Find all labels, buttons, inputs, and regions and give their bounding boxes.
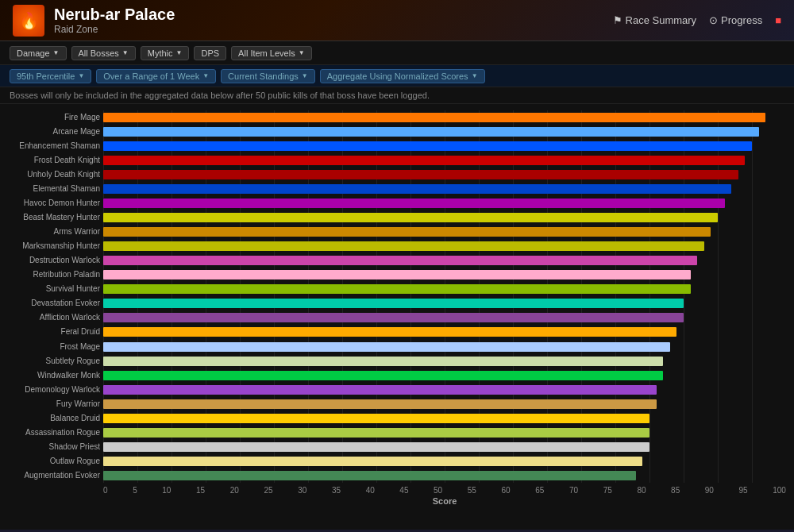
y-label: Enhancement Shaman	[8, 142, 100, 150]
chevron-down-icon: ▼	[202, 72, 209, 79]
x-tick: 80	[637, 486, 646, 495]
header-titles: Nerub-ar Palace Raid Zone	[54, 6, 175, 35]
dps-dropdown[interactable]: DPS	[194, 46, 226, 60]
y-label: Shadow Priest	[8, 443, 100, 451]
bar-row	[103, 141, 786, 152]
y-label: Arms Warrior	[8, 228, 100, 236]
y-label: Elemental Shaman	[8, 185, 100, 193]
x-axis-label: Score	[103, 496, 786, 506]
bar-row	[103, 169, 786, 180]
y-label: Havoc Demon Hunter	[8, 199, 100, 207]
bar-row	[103, 226, 786, 237]
aggregate-filter[interactable]: Aggregate Using Normalized Scores ▼	[320, 69, 485, 83]
bar-row	[103, 341, 786, 353]
chevron-down-icon: ▼	[176, 49, 183, 56]
chart-area: Fire MageArcane MageEnhancement ShamanFr…	[0, 104, 794, 530]
bar	[103, 227, 711, 237]
bar	[103, 342, 670, 352]
y-label: Demonology Warlock	[8, 386, 100, 394]
y-label: Marksmanship Hunter	[8, 242, 100, 250]
raid-title: Nerub-ar Palace	[54, 6, 175, 24]
race-summary-icon: ⚑	[613, 14, 622, 26]
bar-row	[103, 441, 786, 453]
bar-row	[103, 456, 786, 467]
raid-zone-icon: 🔥	[13, 5, 44, 37]
chevron-down-icon: ▼	[122, 49, 129, 56]
bar	[103, 357, 663, 366]
y-label: Outlaw Rogue	[8, 457, 100, 465]
chart-container: Fire MageArcane MageEnhancement ShamanFr…	[0, 110, 794, 506]
item-levels-dropdown[interactable]: All Item Levels ▼	[231, 46, 311, 60]
all-bosses-dropdown[interactable]: All Bosses ▼	[71, 46, 136, 60]
y-label: Destruction Warlock	[8, 256, 100, 264]
x-tick: 75	[603, 486, 612, 495]
x-tick: 10	[162, 486, 171, 495]
chevron-down-icon: ▼	[302, 72, 308, 79]
x-tick: 95	[739, 486, 748, 495]
bar-row	[103, 312, 786, 323]
x-tick: 65	[535, 486, 544, 495]
bar	[103, 156, 745, 165]
header: 🔥 Nerub-ar Palace Raid Zone ⚑ Race Summa…	[0, 0, 794, 41]
bar-row	[103, 427, 786, 438]
bar-row	[103, 212, 786, 223]
bar-row	[103, 370, 786, 381]
bar	[103, 241, 704, 251]
x-axis: 0510152025303540455055606570758085909510…	[8, 486, 786, 506]
x-tick: 0	[103, 486, 108, 495]
toolbar2: 95th Percentile ▼ Over a Range of 1 Week…	[0, 65, 794, 87]
chevron-down-icon: ▼	[299, 49, 305, 56]
x-tick: 90	[705, 486, 714, 495]
raid-subtitle: Raid Zone	[54, 24, 175, 35]
notice-bar: Bosses will only be included in the aggr…	[0, 87, 794, 104]
race-summary-button[interactable]: ⚑ Race Summary	[613, 14, 697, 26]
bar	[103, 299, 684, 308]
y-label: Augmentation Evoker	[8, 472, 100, 480]
progress-button[interactable]: ⊙ Progress	[709, 14, 762, 26]
bar-row	[103, 326, 786, 337]
bar-row	[103, 298, 786, 309]
bar-row	[103, 112, 786, 123]
bar	[103, 399, 657, 409]
bar	[103, 457, 642, 466]
bar-row	[103, 155, 786, 166]
bar-row	[103, 470, 786, 481]
chart-body: Fire MageArcane MageEnhancement ShamanFr…	[8, 110, 786, 483]
y-label: Affliction Warlock	[8, 314, 100, 322]
y-label: Feral Druid	[8, 328, 100, 336]
y-label: Frost Death Knight	[8, 156, 100, 164]
bar	[103, 213, 718, 222]
bar	[103, 127, 759, 137]
bar-row	[103, 269, 786, 280]
x-axis-ticks: 0510152025303540455055606570758085909510…	[103, 486, 786, 495]
bar	[103, 256, 697, 265]
mythic-dropdown[interactable]: Mythic ▼	[141, 46, 190, 60]
x-tick: 25	[264, 486, 272, 495]
x-tick: 15	[196, 486, 205, 495]
bar-row	[103, 283, 786, 295]
chevron-down-icon: ▼	[472, 72, 478, 79]
bar	[103, 428, 649, 438]
range-filter[interactable]: Over a Range of 1 Week ▼	[96, 69, 216, 83]
y-axis-labels: Fire MageArcane MageEnhancement ShamanFr…	[8, 110, 103, 483]
damage-dropdown[interactable]: Damage ▼	[10, 46, 67, 60]
y-label: Unholy Death Knight	[8, 171, 100, 179]
y-label: Subtlety Rogue	[8, 357, 100, 365]
bar	[103, 471, 636, 480]
x-tick: 40	[366, 486, 375, 495]
x-tick: 85	[671, 486, 680, 495]
x-tick: 45	[399, 486, 408, 495]
x-tick: 5	[133, 486, 137, 495]
x-tick: 60	[502, 486, 511, 495]
x-tick: 55	[468, 486, 476, 495]
bar	[103, 385, 657, 395]
y-label: Beast Mastery Hunter	[8, 214, 100, 222]
bars-wrapper	[103, 110, 786, 483]
standings-filter[interactable]: Current Standings ▼	[221, 69, 315, 83]
header-right: ⚑ Race Summary ⊙ Progress ■	[613, 14, 781, 26]
percentile-filter[interactable]: 95th Percentile ▼	[10, 69, 91, 83]
y-label: Devastation Evoker	[8, 299, 100, 307]
bar	[103, 199, 725, 208]
toolbar1: Damage ▼ All Bosses ▼ Mythic ▼ DPS All I…	[0, 41, 794, 65]
y-label: Balance Druid	[8, 414, 100, 422]
